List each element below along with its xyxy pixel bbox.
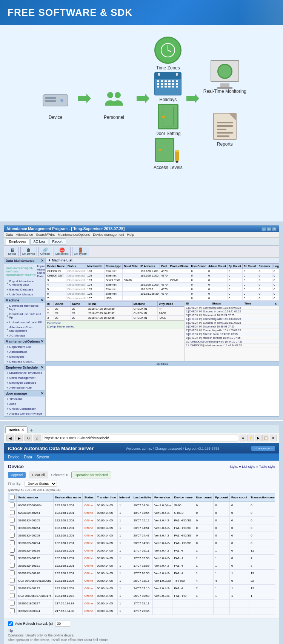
- device-checkbox-cell[interactable]: [8, 600, 17, 607]
- sidebar-ac-priv[interactable]: ● Access Control Privilege: [4, 411, 45, 416]
- device-checkbox-cell[interactable]: [8, 585, 17, 592]
- sidebar-backup[interactable]: ● Backup Database: [4, 287, 45, 292]
- machine-row[interactable]: 3 Disconnected 103 Serial Port/ 38400 CO…: [46, 278, 279, 283]
- device-checkbox-cell[interactable]: [8, 509, 17, 517]
- device-checkbox[interactable]: [10, 548, 15, 553]
- device-checkbox-cell[interactable]: [8, 577, 17, 585]
- event-log-scroll[interactable]: ▲: [274, 302, 277, 305]
- nav-data[interactable]: Data: [24, 455, 32, 459]
- device-checkbox-cell[interactable]: [8, 607, 17, 615]
- log-row[interactable]: 3 23 23 2018-07-25 16:42:36 CHECK IN FAC…: [46, 316, 184, 320]
- device-checkbox[interactable]: [10, 503, 15, 507]
- sidebar-db[interactable]: ● Database Option...: [4, 359, 45, 364]
- connect-btn[interactable]: 🔗 Connect: [38, 247, 52, 256]
- sidebar-employees[interactable]: ● Employees: [4, 354, 45, 359]
- sidebar-header-maint[interactable]: Maintenance/Options ✕: [4, 338, 45, 344]
- device-row[interactable]: 3929182460172 192.168.1.201 Offline 00:0…: [8, 555, 275, 562]
- clear-all-btn[interactable]: Clear All: [29, 472, 48, 478]
- device-checkbox-cell[interactable]: [8, 517, 17, 524]
- machine-row[interactable]: 5 Disconnected 105 Ethernet 168.0.205 43…: [46, 287, 279, 292]
- tab-aclog[interactable]: AC Log: [30, 238, 48, 244]
- sidebar-header-door[interactable]: door manage ✕: [4, 390, 45, 397]
- select-all-checkbox[interactable]: [10, 495, 15, 500]
- device-checkbox[interactable]: [10, 555, 15, 560]
- machine-row[interactable]: 7 Disconnected 107 USB 0 0 0 0 0 0 3204: [46, 296, 279, 301]
- device-checkbox[interactable]: [10, 570, 15, 575]
- device-row[interactable]: OGT7040057041300081 192.168.1.205 Offlin…: [8, 577, 275, 585]
- menu-maintenance[interactable]: Maintenance/Options: [58, 233, 90, 237]
- device-row[interactable]: 5203182460264 192.168.1.201 Offline 00:0…: [8, 509, 275, 517]
- machine-row[interactable]: 4 Disconnected 104 Ethernet 192.168.1.20…: [46, 283, 279, 287]
- nav-device[interactable]: Device: [8, 455, 20, 459]
- new-tab-btn[interactable]: +: [28, 427, 34, 433]
- device-btn[interactable]: 🖥 Device: [6, 247, 19, 256]
- menu-attendance[interactable]: Attendance: [16, 233, 33, 237]
- sidebar-photo[interactable]: ● Attendance Photo Management: [4, 325, 45, 333]
- device-checkbox[interactable]: [10, 533, 15, 538]
- menu-device[interactable]: Device management: [93, 233, 124, 237]
- sidebar-export[interactable]: ● Export Attendance Checking Data: [4, 279, 45, 287]
- sidebar-collapse-maint[interactable]: ✕: [41, 340, 44, 343]
- sidebar-timezone[interactable]: ● Timezone: [4, 397, 45, 401]
- device-row[interactable]: 3929182460264 192.168.1.201 Offline 00:0…: [8, 524, 275, 532]
- device-checkbox[interactable]: [10, 601, 15, 606]
- sidebar-download-logs[interactable]: ● Download attendance logs: [4, 303, 45, 312]
- bookmark-btn[interactable]: ★: [240, 435, 246, 441]
- sidebar-upload-user[interactable]: ● Upload user info and FP: [4, 320, 45, 325]
- sidebar-zone[interactable]: ● Zone: [4, 401, 45, 406]
- device-row[interactable]: 3929182460122 192.168.1.209 Offline 00:0…: [8, 585, 275, 592]
- sidebar-admin[interactable]: ● Administrator: [4, 349, 45, 354]
- operation-btn[interactable]: Operation for selected: [71, 472, 112, 478]
- log-row[interactable]: 1 23 23 2018-07-25 16:08:39 CHECK IN FP: [46, 307, 184, 311]
- machine-row[interactable]: CHECK OUT Disconnected 109 Ethernet 192.…: [46, 274, 279, 278]
- device-row[interactable]: 3399201805327 217.65.194.88 Offline 00:0…: [8, 600, 275, 607]
- device-checkbox[interactable]: [10, 518, 15, 523]
- data-table-container[interactable]: Serial number Device alias name Status T…: [8, 493, 275, 615]
- disconnect-btn[interactable]: ⛔ Disconnect: [54, 247, 71, 256]
- refresh-btn[interactable]: ↻: [25, 435, 32, 441]
- log-row[interactable]: 2 23 23 2018-07-25 16:42:32 CHECK IN FAC…: [46, 311, 184, 316]
- forward-btn[interactable]: ▶: [15, 435, 23, 441]
- sidebar-emp-sched[interactable]: ● Employee Schedule: [4, 380, 45, 385]
- action-btn-1[interactable]: ⚡: [247, 435, 254, 441]
- sidebar-import[interactable]: data-name="import-dot" data-interactable…: [4, 264, 45, 279]
- device-checkbox-cell[interactable]: [8, 502, 17, 509]
- machine-row[interactable]: CHECK IN Disconnected 108 Ethernet 192.1…: [46, 269, 279, 274]
- device-checkbox[interactable]: [10, 525, 15, 530]
- device-checkbox-cell[interactable]: [8, 539, 17, 547]
- device-row[interactable]: 3929182460265 192.168.1.201 Offline 00:0…: [8, 517, 275, 524]
- tab-employees[interactable]: Employees: [6, 238, 29, 244]
- device-row[interactable]: 3929182460224 192.168.1.201 Offline 00:0…: [8, 539, 275, 547]
- device-checkbox[interactable]: [10, 578, 15, 583]
- device-checkbox[interactable]: [10, 540, 15, 545]
- device-checkbox-cell[interactable]: [8, 592, 17, 600]
- sidebar-collapse-data[interactable]: ✕: [41, 259, 44, 263]
- sidebar-collapse-door[interactable]: ✕: [41, 392, 44, 395]
- device-row[interactable]: 3929182460189 192.168.1.201 Offline 00:0…: [8, 547, 275, 555]
- device-checkbox-cell[interactable]: [8, 562, 17, 570]
- sidebar-shifts[interactable]: ● Shifts Management: [4, 375, 45, 380]
- machine-table-container[interactable]: Device Name Status MachineNo. Comm type …: [46, 263, 279, 301]
- auto-refresh-checkbox[interactable]: [8, 621, 13, 626]
- device-checkbox-cell[interactable]: [8, 555, 17, 562]
- maximize-btn[interactable]: □: [267, 227, 271, 231]
- language-btn[interactable]: -- Language --: [251, 446, 275, 451]
- back-btn[interactable]: ◀: [6, 435, 14, 441]
- device-checkbox[interactable]: [10, 510, 15, 515]
- tab-close-btn[interactable]: ✕: [21, 428, 24, 432]
- device-row[interactable]: 3929182460161 192.168.1.201 Offline 00:0…: [8, 562, 275, 570]
- home-btn[interactable]: ⌂: [34, 435, 41, 441]
- style-toggle[interactable]: Style: ● List style ○ Table style: [229, 465, 275, 469]
- device-row[interactable]: 66691825600304 192.168.1.201 Offline 00:…: [8, 502, 275, 509]
- device-row[interactable]: 3399201800324 217.65.194.88 Offline 00:0…: [8, 607, 275, 615]
- filter-select[interactable]: Device Status: [25, 481, 57, 487]
- sidebar-usb[interactable]: ● Usb Disk Manage: [4, 292, 45, 297]
- browser-tab-device[interactable]: Device ✕: [5, 426, 28, 433]
- sidebar-download-user[interactable]: ● Download user info and Fp: [4, 312, 45, 320]
- device-checkbox[interactable]: [10, 593, 15, 598]
- refresh-interval-input[interactable]: [55, 621, 70, 627]
- device-checkbox-cell[interactable]: [8, 547, 17, 555]
- tab-report[interactable]: Report: [49, 238, 66, 244]
- device-checkbox-cell[interactable]: [8, 532, 17, 539]
- device-checkbox-cell[interactable]: [8, 524, 17, 532]
